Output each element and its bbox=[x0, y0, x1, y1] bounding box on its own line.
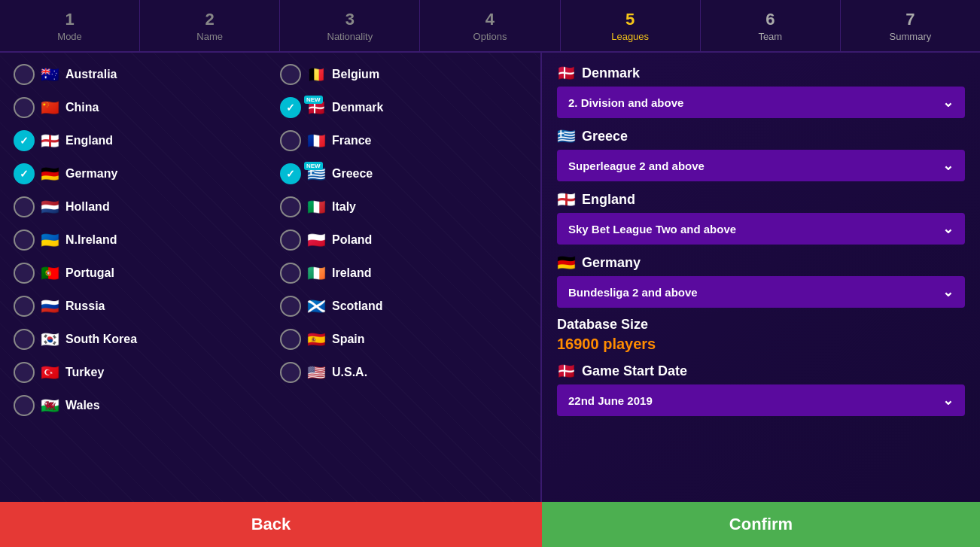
country-checkbox[interactable] bbox=[14, 263, 35, 284]
country-item-australia[interactable]: 🇦🇺 Australia bbox=[8, 60, 266, 89]
country-name: Denmark bbox=[332, 101, 383, 114]
country-item-poland[interactable]: 🇵🇱 Poland bbox=[274, 226, 533, 254]
country-flag: 🇺🇸 bbox=[307, 363, 326, 381]
country-checkbox[interactable] bbox=[280, 97, 301, 118]
country-flag: 🇮🇹 bbox=[307, 198, 326, 216]
country-checkbox[interactable] bbox=[14, 64, 35, 85]
country-checkbox[interactable] bbox=[14, 296, 35, 317]
country-item-scotland[interactable]: 🏴󠁧󠁢󠁳󠁣󠁴󠁿 Scotland bbox=[274, 292, 533, 321]
country-checkbox[interactable] bbox=[14, 329, 35, 350]
country-item-u.s.a.[interactable]: 🇺🇸 U.S.A. bbox=[274, 358, 533, 387]
country-item-russia[interactable]: 🇷🇺 Russia bbox=[8, 292, 266, 321]
country-name: Greece bbox=[332, 167, 373, 181]
country-checkbox[interactable] bbox=[280, 229, 301, 251]
country-checkbox[interactable] bbox=[14, 130, 35, 151]
back-button[interactable]: Back bbox=[0, 502, 542, 547]
nav-step-leagues[interactable]: 5 Leagues bbox=[561, 0, 701, 51]
country-item-ireland[interactable]: 🇮🇪 Ireland bbox=[274, 259, 533, 287]
flag-wrap: 🇧🇪 bbox=[307, 65, 326, 84]
chevron-down-icon: ⌄ bbox=[942, 392, 954, 409]
country-item-greece[interactable]: NEW 🇬🇷 Greece bbox=[274, 160, 533, 188]
country-checkbox[interactable] bbox=[280, 130, 301, 151]
flag-wrap: 🇦🇺 bbox=[41, 65, 59, 84]
country-item-france[interactable]: 🇫🇷 France bbox=[274, 126, 533, 155]
country-item-china[interactable]: 🇨🇳 China bbox=[8, 93, 266, 122]
flag-wrap: 🇺🇸 bbox=[307, 363, 326, 381]
league-dropdown-england[interactable]: Sky Bet League Two and above ⌄ bbox=[557, 213, 965, 245]
country-item-holland[interactable]: 🇳🇱 Holland bbox=[8, 193, 266, 221]
league-country-flag: 🏴󠁧󠁢󠁥󠁮󠁧󠁿 bbox=[557, 190, 576, 208]
country-name: Germany bbox=[65, 167, 117, 181]
league-dropdown-greece[interactable]: Superleague 2 and above ⌄ bbox=[557, 150, 965, 181]
step-label: Team bbox=[758, 31, 782, 42]
country-checkbox[interactable] bbox=[14, 395, 35, 416]
country-item-germany[interactable]: 🇩🇪 Germany bbox=[8, 160, 266, 188]
game-start-date-value: 22nd June 2019 bbox=[568, 394, 653, 407]
step-label: Name bbox=[196, 31, 223, 42]
country-item-portugal[interactable]: 🇵🇹 Portugal bbox=[8, 259, 266, 287]
step-label: Options bbox=[473, 31, 507, 42]
league-section-germany: 🇩🇪 Germany Bundesliga 2 and above ⌄ bbox=[557, 254, 965, 308]
country-checkbox[interactable] bbox=[14, 97, 35, 118]
league-country-header: 🇩🇪 Germany bbox=[557, 254, 965, 272]
flag-wrap: 🇵🇱 bbox=[307, 231, 326, 249]
country-name: U.S.A. bbox=[332, 366, 367, 379]
country-checkbox[interactable] bbox=[280, 196, 301, 217]
country-item-wales[interactable]: 🏴󠁧󠁢󠁷󠁬󠁳󠁿 Wales bbox=[8, 391, 266, 420]
country-checkbox[interactable] bbox=[14, 362, 35, 383]
country-item-italy[interactable]: 🇮🇹 Italy bbox=[274, 193, 533, 221]
country-item-denmark[interactable]: NEW 🇩🇰 Denmark bbox=[274, 93, 533, 122]
game-start-header: 🇩🇰 Game Start Date bbox=[557, 362, 965, 380]
country-item-belgium[interactable]: 🇧🇪 Belgium bbox=[274, 60, 533, 89]
country-name: Poland bbox=[332, 233, 372, 247]
league-section-denmark: 🇩🇰 Denmark 2. Division and above ⌄ bbox=[557, 64, 965, 118]
country-flag: 🏴󠁧󠁢󠁳󠁣󠁴󠁿 bbox=[307, 297, 326, 315]
flag-wrap: 🇵🇹 bbox=[41, 264, 59, 282]
game-start-dropdown[interactable]: 22nd June 2019 ⌄ bbox=[557, 384, 965, 416]
country-item-turkey[interactable]: 🇹🇷 Turkey bbox=[8, 358, 266, 387]
country-item-spain[interactable]: 🇪🇸 Spain bbox=[274, 325, 533, 354]
country-checkbox[interactable] bbox=[14, 196, 35, 217]
step-number: 2 bbox=[205, 10, 215, 29]
main-content: 🇦🇺 Australia 🇨🇳 China 🏴󠁧󠁢󠁥󠁮󠁧󠁿 England 🇩🇪 bbox=[0, 53, 980, 502]
nav-step-summary[interactable]: 7 Summary bbox=[841, 0, 980, 51]
nav-step-team[interactable]: 6 Team bbox=[701, 0, 841, 51]
step-number: 1 bbox=[65, 10, 74, 29]
country-flag: 🇧🇪 bbox=[307, 65, 326, 84]
country-item-n.ireland[interactable]: 🇺🇦 N.Ireland bbox=[8, 226, 266, 254]
step-label: Mode bbox=[57, 31, 82, 42]
country-checkbox[interactable] bbox=[280, 296, 301, 317]
country-checkbox[interactable] bbox=[280, 64, 301, 85]
country-checkbox[interactable] bbox=[280, 329, 301, 350]
nav-step-mode[interactable]: 1 Mode bbox=[0, 0, 140, 51]
country-checkbox[interactable] bbox=[14, 163, 35, 184]
flag-wrap: 🇰🇷 bbox=[41, 330, 59, 348]
chevron-down-icon: ⌄ bbox=[942, 157, 954, 174]
country-item-england[interactable]: 🏴󠁧󠁢󠁥󠁮󠁧󠁿 England bbox=[8, 126, 266, 155]
flag-wrap: 🏴󠁧󠁢󠁥󠁮󠁧󠁿 bbox=[41, 132, 59, 150]
left-panel: 🇦🇺 Australia 🇨🇳 China 🏴󠁧󠁢󠁥󠁮󠁧󠁿 England 🇩🇪 bbox=[0, 53, 542, 502]
country-checkbox[interactable] bbox=[14, 229, 35, 251]
league-dropdown-value: Sky Bet League Two and above bbox=[568, 223, 736, 236]
step-label: Summary bbox=[890, 31, 932, 42]
country-flag: 🇵🇱 bbox=[307, 231, 326, 249]
nav-step-name[interactable]: 2 Name bbox=[140, 0, 280, 51]
country-name: South Korea bbox=[65, 333, 137, 346]
nav-step-nationality[interactable]: 3 Nationality bbox=[280, 0, 420, 51]
country-flag: 🇩🇪 bbox=[41, 165, 59, 183]
flag-wrap: 🇪🇸 bbox=[307, 330, 326, 348]
step-label: Nationality bbox=[327, 31, 373, 42]
league-dropdown-germany[interactable]: Bundesliga 2 and above ⌄ bbox=[557, 276, 965, 308]
game-start-flag: 🇩🇰 bbox=[557, 362, 576, 380]
league-country-name: Denmark bbox=[582, 65, 640, 81]
new-badge: NEW bbox=[304, 96, 323, 104]
confirm-button[interactable]: Confirm bbox=[542, 502, 980, 547]
country-checkbox[interactable] bbox=[280, 163, 301, 184]
nav-step-options[interactable]: 4 Options bbox=[420, 0, 560, 51]
country-checkbox[interactable] bbox=[280, 362, 301, 383]
league-dropdown-denmark[interactable]: 2. Division and above ⌄ bbox=[557, 87, 965, 118]
country-item-south-korea[interactable]: 🇰🇷 South Korea bbox=[8, 325, 266, 354]
country-flag: 🇷🇺 bbox=[41, 297, 59, 315]
country-flag: 🇪🇸 bbox=[307, 330, 326, 348]
country-checkbox[interactable] bbox=[280, 263, 301, 284]
